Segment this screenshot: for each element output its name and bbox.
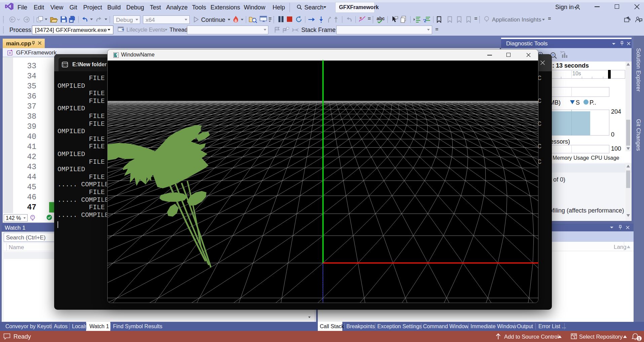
svg-text:C:\: C:\	[63, 64, 67, 67]
svg-text:?: ?	[560, 51, 562, 54]
svg-text:'2: '2	[423, 18, 426, 23]
